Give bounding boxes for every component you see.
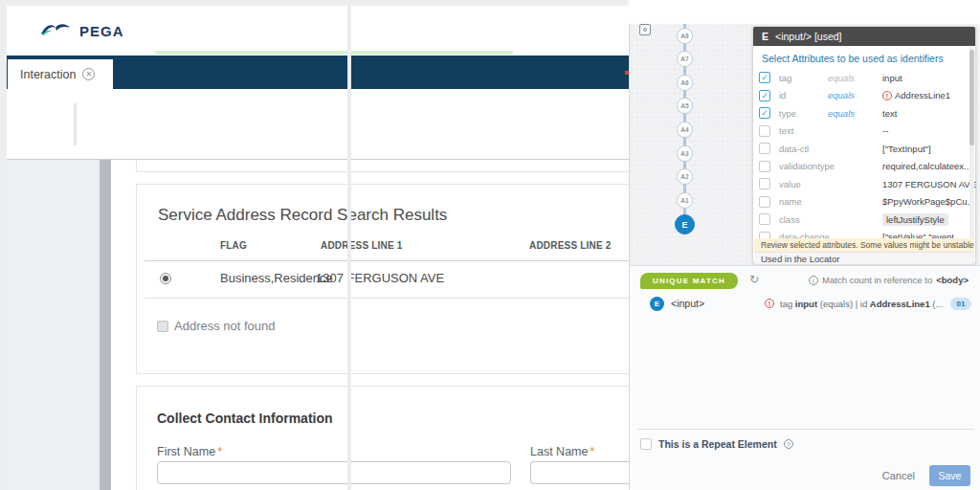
inspector-match-section: UNIQUE MATCH ↻ i Match count in referenc… [629, 265, 980, 490]
match-count-pill: 01 [950, 298, 971, 310]
attribute-rows: ✓tagequalsinput✓idequals!AddressLine1✓ty… [753, 69, 971, 246]
vertical-scrollbar[interactable] [100, 160, 111, 490]
table-row-divider [145, 298, 630, 299]
element-inspector-panel: A8A7A6A5A4A3A2A1E E<input/> [used] Selec… [629, 0, 980, 490]
pega-wordmark: PEGA [79, 23, 124, 39]
footer-actions: Cancel Save [882, 465, 970, 486]
element-header-text: <input/> [used] [775, 31, 841, 42]
subheader-scroll-remnant [74, 103, 77, 145]
required-star-icon: * [217, 445, 222, 458]
match-count-text: Match count in reference to [822, 275, 932, 285]
dom-chain-node-a1[interactable]: A1 [677, 192, 693, 209]
column-header-flag: FLAG [220, 240, 247, 251]
screenshot-stage: PEGA Interaction ✕ Service Address Recor… [0, 0, 980, 490]
attributes-card-header: E<input/> [used] [753, 27, 975, 46]
attributes-title: Select Attributes to be used as identifi… [762, 53, 944, 64]
attribute-name: tag [779, 73, 791, 83]
attribute-row-text: text-- [753, 122, 971, 141]
attribute-checkbox-text[interactable] [759, 125, 770, 137]
attribute-value: ["TextInput"] [882, 144, 931, 154]
attribute-value: leftJustifyStyle [882, 213, 948, 226]
element-letter: E [762, 31, 768, 42]
first-name-label: First Name* [157, 445, 222, 458]
attribute-value: required,calculateex... [882, 161, 971, 171]
attribute-checkbox-name[interactable] [759, 196, 770, 208]
unstable-warning-icon: ! [882, 91, 892, 100]
unique-match-badge: UNIQUE MATCH [640, 273, 738, 289]
attribute-name: validationtype [779, 161, 835, 171]
attribute-checkbox-id[interactable]: ✓ [759, 90, 770, 101]
last-name-field[interactable] [530, 461, 635, 484]
help-icon[interactable]: ? [784, 439, 793, 449]
address-not-found-label: Address not found [174, 319, 276, 333]
dom-chain-node-e[interactable]: E [675, 214, 695, 234]
card-contact-information: Collect Contact Information First Name* … [136, 386, 630, 490]
attribute-operator[interactable]: equals [828, 108, 855, 119]
attributes-card: E<input/> [used] Select Attributes to be… [752, 26, 976, 264]
repeat-element-checkbox[interactable] [640, 438, 652, 450]
attribute-operator[interactable]: equals [828, 90, 855, 100]
tab-close-icon[interactable]: ✕ [82, 68, 95, 80]
attribute-operator: equals [828, 73, 855, 83]
attribute-value: $PpyWorkPage$pCu... [882, 196, 974, 207]
match-element-badge: E [650, 297, 664, 311]
attribute-row-id: ✓idequals!AddressLine1 [753, 87, 971, 105]
address-not-found-checkbox[interactable] [157, 321, 168, 332]
table-header-divider [145, 260, 630, 261]
attribute-row-class: classleftJustifyStyle [753, 211, 971, 229]
attribute-checkbox-class[interactable] [759, 213, 770, 225]
attribute-row-data-ctl: data-ctl["TextInput"] [753, 140, 971, 158]
tab-interaction-label: Interaction [20, 68, 76, 81]
save-button[interactable]: Save [929, 465, 970, 486]
cancel-button[interactable]: Cancel [882, 470, 915, 481]
attribute-name: name [779, 196, 802, 207]
column-header-address-line-1: ADDRESS LINE 1 [321, 240, 403, 251]
attribute-checkbox-type[interactable]: ✓ [759, 107, 770, 119]
used-in-locator-row: Used in the Locator [754, 252, 974, 264]
dom-chain-node-a8[interactable]: A8 [677, 28, 693, 44]
attribute-checkbox-value[interactable] [759, 178, 770, 189]
match-result-row[interactable]: E <input> ! tag input (equals) | id Addr… [630, 296, 980, 313]
attribute-checkbox-tag[interactable]: ✓ [759, 72, 770, 83]
attribute-name: id [779, 90, 786, 100]
match-element-tag: <input> [671, 298, 704, 309]
info-icon: i [809, 276, 818, 285]
attribute-checkbox-validationtype[interactable] [759, 161, 770, 172]
attribute-name: text [779, 125, 793, 136]
dom-chain-node-a4[interactable]: A4 [677, 122, 693, 138]
contact-title: Collect Contact Information [157, 411, 333, 426]
column-header-address-line-2: ADDRESS LINE 2 [529, 240, 612, 251]
attribute-name: data-ctl [779, 144, 809, 154]
card-search-results: Service Address Record Search Results FL… [136, 184, 630, 374]
refresh-icon[interactable]: ↻ [749, 273, 759, 286]
match-reference-target: <body> [936, 275, 969, 285]
unstable-warning-banner: Review selected attributes. Some values … [754, 238, 974, 252]
first-name-field[interactable] [157, 461, 511, 484]
attribute-name: class [779, 214, 800, 225]
result-row-radio[interactable] [160, 273, 171, 284]
repeat-element-label: This is a Repeat Element [658, 438, 777, 450]
progress-highlight-line [155, 51, 513, 55]
dom-chain-node-a7[interactable]: A7 [677, 51, 693, 67]
attribute-row-validationtype: validationtyperequired,calculateex... [753, 158, 971, 176]
match-count-note: i Match count in reference to <body> [809, 275, 969, 285]
pega-swoosh-icon [39, 19, 74, 42]
dom-chain-node-a5[interactable]: A5 [677, 98, 693, 114]
footer-divider [637, 429, 974, 430]
inspector-dom-section: A8A7A6A5A4A3A2A1E E<input/> [used] Selec… [629, 24, 980, 265]
element-picker-icon[interactable] [639, 24, 651, 35]
attribute-value: -- [882, 125, 888, 136]
tab-interaction[interactable]: Interaction ✕ [8, 59, 113, 89]
dom-chain-node-a3[interactable]: A3 [677, 145, 693, 162]
dom-chain-node-a6[interactable]: A6 [677, 75, 693, 91]
attribute-value: 1307 FERGUSON AVE [882, 179, 976, 189]
app-header: PEGA [7, 6, 629, 56]
attributes-scrollbar-thumb[interactable] [969, 50, 974, 145]
results-title: Service Address Record Search Results [158, 206, 447, 225]
attribute-checkbox-data-ctl[interactable] [759, 143, 770, 154]
window-frame-left [0, 0, 7, 490]
repeat-element-row: This is a Repeat Element ? [640, 438, 793, 450]
dom-chain-node-a2[interactable]: A2 [677, 168, 693, 185]
attribute-row-tag: ✓tagequalsinput [753, 69, 971, 87]
window-frame-right [347, 0, 351, 490]
